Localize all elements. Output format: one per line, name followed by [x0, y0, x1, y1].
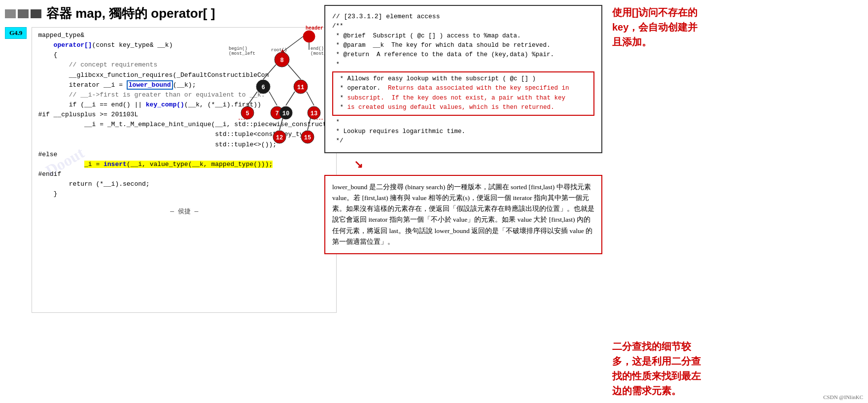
left-panel: 容器 map, 獨特的 operator[ ] G4.9 header — [5, 5, 320, 398]
doc-comment-3: * @return A reference to the data of the… — [332, 50, 594, 60]
doc-h1: * Allows for easy lookup with the subscr… — [336, 74, 590, 84]
g49-badge: G4.9 — [5, 27, 27, 39]
svg-text:(most_left: (most_left — [229, 51, 255, 56]
middle-panel: // [23.3.1.2] element access /** * @brie… — [320, 5, 606, 398]
down-right-arrow: ↘ — [354, 158, 363, 171]
doc-comment-1: * @brief Subscript ( @c [] ) access to %… — [332, 32, 594, 41]
svg-line-12 — [288, 65, 301, 79]
doc-comment-2: * @param __k The key for which data shou… — [332, 41, 594, 50]
svg-line-19 — [286, 92, 295, 105]
doc-header: // [23.3.1.2] element access — [332, 12, 594, 22]
doc-comment-4: * — [332, 60, 594, 69]
main-container: 容器 map, 獨特的 operator[ ] G4.9 header — [0, 0, 868, 403]
code-line-19: } — [38, 189, 330, 199]
svg-text:begin(): begin() — [229, 46, 247, 51]
arrow-area: ↘ — [354, 158, 602, 171]
annotation-top: 使用[]访问不存在的key，会自动创建并且添加。 — [612, 5, 857, 49]
doc-highlighted-section: * Allows for easy lookup with the subscr… — [332, 71, 594, 116]
svg-text:8: 8 — [280, 57, 284, 64]
g49-badge-area: G4.9 — [5, 27, 27, 39]
svg-text:6: 6 — [262, 84, 265, 91]
title-bar-1 — [5, 9, 16, 18]
svg-text:13: 13 — [311, 110, 317, 117]
svg-line-11 — [263, 65, 276, 79]
svg-line-29 — [279, 118, 283, 130]
svg-text:root(): root() — [271, 48, 287, 53]
doc-comment-0: /** — [332, 22, 594, 31]
csdn-watermark: CSDN @INlinKC — [823, 394, 863, 400]
svg-line-30 — [308, 118, 311, 130]
doc-comment-7: */ — [332, 136, 594, 146]
title-bar-3 — [31, 9, 41, 18]
doc-h3: * subscript. If the key does not exist, … — [336, 94, 590, 103]
spacer — [612, 64, 857, 324]
svg-text:10: 10 — [282, 110, 289, 117]
doc-comment-5: * — [332, 118, 594, 127]
title-bars — [5, 9, 41, 18]
svg-line-18 — [269, 92, 277, 105]
svg-line-20 — [307, 92, 314, 105]
page-title: 容器 map, 獨特的 operator[ ] — [46, 5, 215, 22]
svg-line-17 — [247, 92, 257, 105]
svg-text:7: 7 — [276, 110, 279, 117]
code-line-17: #endif — [38, 169, 330, 179]
doc-box: // [23.3.1.2] element access /** * @brie… — [324, 5, 602, 153]
svg-text:11: 11 — [297, 84, 304, 91]
title-area: 容器 map, 獨特的 operator[ ] — [5, 5, 320, 22]
separator: — 侯捷 — — [38, 207, 330, 216]
svg-text:15: 15 — [304, 134, 311, 141]
doc-h4: * is created using default values, which… — [336, 103, 590, 112]
doc-h2: * operator. Returns data associated with… — [336, 84, 590, 93]
code-line-16: _i = insert(__i, value_type(__k, mapped_… — [38, 160, 330, 169]
doc-comment-6: * Lookup requires logarithmic time. — [332, 127, 594, 136]
code-area: header begin() (most_left end() (most_ri… — [32, 27, 337, 313]
title-bar-2 — [18, 9, 29, 18]
right-panel: 使用[]访问不存在的key，会自动创建并且添加。 二分查找的细节较多，这是利用二… — [606, 5, 863, 398]
lower-bound-content: lower_bound 是二分搜尋 (binary search) 的一種版本，… — [332, 183, 594, 245]
svg-text:5: 5 — [246, 110, 249, 117]
code-line-18: return (*__i).second; — [38, 179, 330, 189]
annotation-bottom: 二分查找的细节较多，这是利用二分查找的性质来找到最左边的需求元素。 — [612, 339, 857, 398]
svg-text:12: 12 — [276, 134, 283, 141]
svg-point-1 — [303, 31, 315, 42]
lower-bound-box: lower_bound 是二分搜尋 (binary search) 的一種版本，… — [324, 175, 602, 255]
